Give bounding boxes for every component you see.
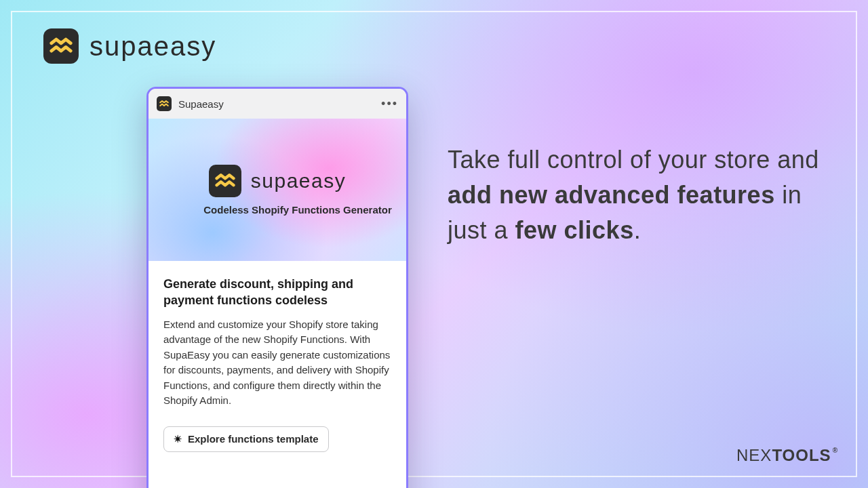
cta-label: Explore functions template	[188, 433, 319, 445]
brand-mark	[43, 28, 79, 64]
zigzag-icon	[215, 171, 235, 191]
phone-header: Supaeasy •••	[149, 89, 406, 119]
hero-wordmark: supaeasy	[251, 169, 346, 192]
hero-tagline: Codeless Shopify Functions Generator	[203, 204, 392, 216]
brand-lockup: supaeasy	[43, 28, 216, 64]
sparkle-icon: ✴	[174, 433, 182, 445]
hero-lockup: supaeasy	[209, 165, 346, 197]
hero-mark	[209, 165, 241, 197]
card-title: Generate discount, shipping and payment …	[163, 276, 391, 309]
headline-text-1: Take full control of your store and	[448, 146, 819, 174]
app-title: Supaeasy	[178, 98, 224, 110]
footer-brand-thin: NEX	[736, 446, 772, 464]
promo-canvas: supaeasy Take full control of your store…	[0, 0, 868, 488]
hero-banner: supaeasy Codeless Shopify Functions Gene…	[149, 119, 406, 261]
headline-text-3: .	[634, 216, 642, 244]
more-menu-icon[interactable]: •••	[381, 98, 398, 110]
card-body: Extend and customize your Shopify store …	[163, 317, 391, 409]
phone-mock: Supaeasy ••• supaeasy Codeless Shopify F…	[146, 87, 408, 488]
zigzag-icon	[159, 99, 169, 108]
explore-templates-button[interactable]: ✴ Explore functions template	[163, 426, 329, 452]
footer-brand-bold: TOOLS	[772, 446, 831, 464]
intro-card: Generate discount, shipping and payment …	[149, 261, 406, 488]
phone-header-left: Supaeasy	[157, 96, 224, 111]
zigzag-icon	[50, 35, 73, 58]
headline: Take full control of your store and add …	[448, 142, 827, 249]
app-icon	[157, 96, 172, 111]
footer-brand: NEXTOOLS®	[736, 446, 837, 465]
brand-wordmark: supaeasy	[90, 31, 216, 62]
footer-brand-dot: ®	[833, 447, 838, 454]
headline-bold-1: add new advanced features	[448, 181, 775, 209]
headline-bold-2: few clicks	[515, 216, 634, 244]
